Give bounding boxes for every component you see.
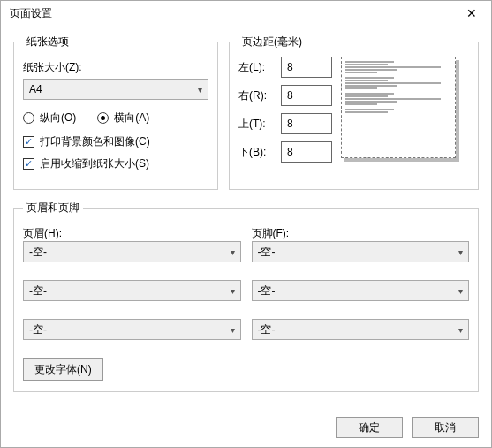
margin-right-input[interactable] bbox=[281, 85, 332, 106]
footer-value-1: -空- bbox=[258, 245, 276, 260]
header-select-2[interactable]: -空- ▾ bbox=[23, 280, 241, 301]
chevron-down-icon: ▾ bbox=[458, 325, 463, 335]
chevron-down-icon: ▾ bbox=[231, 325, 235, 335]
chevron-down-icon: ▾ bbox=[231, 286, 235, 296]
margin-left-label: 左(L): bbox=[238, 60, 274, 75]
chevron-down-icon: ▾ bbox=[458, 247, 463, 257]
chevron-down-icon: ▾ bbox=[458, 286, 463, 296]
footer-label: 页脚(F): bbox=[252, 226, 470, 241]
ok-button[interactable]: 确定 bbox=[336, 417, 403, 438]
margin-left-input[interactable] bbox=[281, 57, 332, 78]
print-background-checkbox[interactable]: ✓ 打印背景颜色和图像(C) bbox=[23, 134, 208, 149]
margin-bottom-label: 下(B): bbox=[238, 145, 274, 160]
radio-icon bbox=[23, 112, 34, 124]
header-value-2: -空- bbox=[29, 284, 47, 299]
shrink-to-fit-label: 启用收缩到纸张大小(S) bbox=[40, 156, 149, 171]
footer-select-1[interactable]: -空- ▾ bbox=[252, 241, 470, 262]
check-icon: ✓ bbox=[23, 158, 34, 170]
header-select-3[interactable]: -空- ▾ bbox=[23, 319, 241, 340]
header-label: 页眉(H): bbox=[23, 226, 241, 241]
footer-select-3[interactable]: -空- ▾ bbox=[252, 319, 470, 340]
radio-icon bbox=[97, 112, 109, 124]
window-title: 页面设置 bbox=[10, 7, 52, 19]
margins-group: 页边距(毫米) 左(L): 右(R): 上(T): bbox=[229, 34, 479, 190]
shrink-to-fit-checkbox[interactable]: ✓ 启用收缩到纸张大小(S) bbox=[23, 156, 208, 171]
orientation-landscape-label: 横向(A) bbox=[114, 110, 149, 125]
header-select-1[interactable]: -空- ▾ bbox=[23, 241, 241, 262]
header-footer-group: 页眉和页脚 页眉(H): 页脚(F): -空- ▾ -空- ▾ -空- ▾ -空… bbox=[13, 201, 479, 392]
paper-options-group: 纸张选项 纸张大小(Z): A4 ▾ 纵向(O) 横向(A) ✓ 打印背 bbox=[13, 34, 218, 190]
paper-legend: 纸张选项 bbox=[23, 34, 72, 49]
page-preview bbox=[341, 57, 456, 158]
cancel-button[interactable]: 取消 bbox=[412, 417, 479, 438]
margin-top-label: 上(T): bbox=[238, 117, 274, 132]
change-font-button[interactable]: 更改字体(N) bbox=[23, 358, 103, 381]
check-icon: ✓ bbox=[23, 136, 34, 148]
close-icon[interactable]: ✕ bbox=[452, 1, 491, 26]
orientation-landscape-radio[interactable]: 横向(A) bbox=[97, 110, 149, 125]
paper-size-label: 纸张大小(Z): bbox=[23, 60, 208, 75]
paper-size-select[interactable]: A4 ▾ bbox=[23, 79, 208, 100]
header-value-3: -空- bbox=[29, 323, 47, 338]
paper-size-value: A4 bbox=[29, 83, 42, 95]
hf-legend: 页眉和页脚 bbox=[23, 201, 83, 216]
footer-value-2: -空- bbox=[258, 284, 276, 299]
footer-select-2[interactable]: -空- ▾ bbox=[252, 280, 470, 301]
margins-legend: 页边距(毫米) bbox=[238, 34, 306, 49]
margin-right-label: 右(R): bbox=[238, 88, 274, 103]
orientation-portrait-radio[interactable]: 纵向(O) bbox=[23, 110, 76, 125]
header-value-1: -空- bbox=[29, 245, 47, 260]
chevron-down-icon: ▾ bbox=[198, 85, 202, 95]
margin-top-input[interactable] bbox=[281, 113, 332, 134]
chevron-down-icon: ▾ bbox=[231, 247, 235, 257]
print-background-label: 打印背景颜色和图像(C) bbox=[40, 134, 150, 149]
margin-bottom-input[interactable] bbox=[281, 141, 332, 163]
footer-value-3: -空- bbox=[258, 323, 276, 338]
orientation-portrait-label: 纵向(O) bbox=[40, 110, 76, 125]
